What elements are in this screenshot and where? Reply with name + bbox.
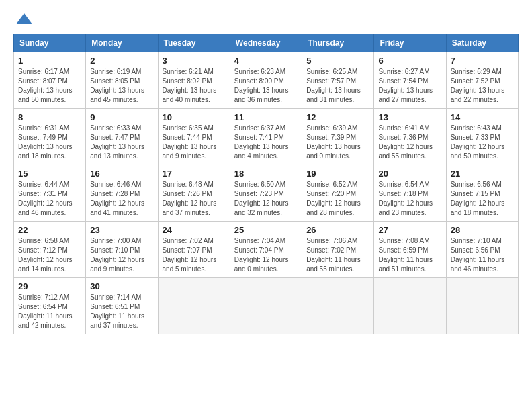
daylight-label: Daylight: 13 hours and 31 minutes. xyxy=(306,87,361,103)
calendar-cell: 13 Sunrise: 6:41 AM Sunset: 7:36 PM Dayl… xyxy=(374,109,446,165)
daylight-label: Daylight: 12 hours and 9 minutes. xyxy=(90,256,144,273)
day-info: Sunrise: 7:08 AM Sunset: 6:59 PM Dayligh… xyxy=(378,236,441,274)
daylight-label: Daylight: 13 hours and 27 minutes. xyxy=(378,87,433,103)
page-header xyxy=(13,13,519,27)
sunrise-label: Sunrise: 6:33 AM xyxy=(90,124,141,132)
day-info: Sunrise: 6:46 AM Sunset: 7:28 PM Dayligh… xyxy=(90,180,153,218)
sunrise-label: Sunrise: 6:58 AM xyxy=(18,237,69,244)
sunset-label: Sunset: 7:12 PM xyxy=(18,246,68,254)
calendar-cell: 18 Sunrise: 6:50 AM Sunset: 7:23 PM Dayl… xyxy=(230,165,302,222)
sunset-label: Sunset: 8:00 PM xyxy=(234,77,284,85)
calendar-cell: 6 Sunrise: 6:27 AM Sunset: 7:54 PM Dayli… xyxy=(374,52,446,109)
daylight-label: Daylight: 13 hours and 0 minutes. xyxy=(306,143,361,160)
day-info: Sunrise: 6:39 AM Sunset: 7:39 PM Dayligh… xyxy=(306,124,369,161)
sunrise-label: Sunrise: 7:10 AM xyxy=(451,237,502,244)
weekday-header-thursday: Thursday xyxy=(302,34,374,52)
day-info: Sunrise: 6:25 AM Sunset: 7:57 PM Dayligh… xyxy=(306,67,369,105)
sunrise-label: Sunrise: 6:35 AM xyxy=(163,124,214,132)
week-row-3: 15 Sunrise: 6:44 AM Sunset: 7:31 PM Dayl… xyxy=(14,165,519,222)
sunset-label: Sunset: 7:26 PM xyxy=(163,190,212,197)
day-number: 23 xyxy=(90,225,153,235)
sunset-label: Sunset: 7:20 PM xyxy=(306,190,356,197)
sunrise-label: Sunrise: 6:17 AM xyxy=(18,68,69,75)
day-info: Sunrise: 6:52 AM Sunset: 7:20 PM Dayligh… xyxy=(306,180,369,218)
sunset-label: Sunset: 7:04 PM xyxy=(234,246,284,254)
logo-icon xyxy=(16,11,32,27)
day-info: Sunrise: 6:56 AM Sunset: 7:15 PM Dayligh… xyxy=(451,180,514,218)
sunrise-label: Sunrise: 6:54 AM xyxy=(378,181,429,188)
daylight-label: Daylight: 13 hours and 50 minutes. xyxy=(18,87,73,103)
daylight-label: Daylight: 12 hours and 28 minutes. xyxy=(306,199,361,216)
day-number: 30 xyxy=(90,281,153,291)
day-number: 1 xyxy=(18,56,81,66)
daylight-label: Daylight: 12 hours and 41 minutes. xyxy=(90,199,144,216)
weekday-header-saturday: Saturday xyxy=(446,34,518,52)
sunrise-label: Sunrise: 7:02 AM xyxy=(163,237,214,244)
calendar-cell: 9 Sunrise: 6:33 AM Sunset: 7:47 PM Dayli… xyxy=(86,109,158,165)
daylight-label: Daylight: 13 hours and 45 minutes. xyxy=(90,87,144,103)
sunset-label: Sunset: 7:15 PM xyxy=(451,190,500,197)
day-info: Sunrise: 6:29 AM Sunset: 7:52 PM Dayligh… xyxy=(451,67,514,105)
day-info: Sunrise: 6:50 AM Sunset: 7:23 PM Dayligh… xyxy=(234,180,298,218)
calendar-cell: 22 Sunrise: 6:58 AM Sunset: 7:12 PM Dayl… xyxy=(14,222,86,278)
calendar-cell: 28 Sunrise: 7:10 AM Sunset: 6:56 PM Dayl… xyxy=(446,222,518,278)
week-row-4: 22 Sunrise: 6:58 AM Sunset: 7:12 PM Dayl… xyxy=(14,222,519,278)
calendar-cell: 20 Sunrise: 6:54 AM Sunset: 7:18 PM Dayl… xyxy=(374,165,446,222)
day-number: 15 xyxy=(18,169,81,179)
sunset-label: Sunset: 6:59 PM xyxy=(378,246,428,254)
sunrise-label: Sunrise: 6:43 AM xyxy=(451,124,502,132)
sunset-label: Sunset: 7:54 PM xyxy=(378,77,428,85)
sunrise-label: Sunrise: 6:31 AM xyxy=(18,124,69,132)
sunset-label: Sunset: 7:49 PM xyxy=(18,134,68,141)
calendar-cell xyxy=(302,278,374,334)
calendar-cell: 1 Sunrise: 6:17 AM Sunset: 8:07 PM Dayli… xyxy=(14,52,86,109)
sunrise-label: Sunrise: 6:21 AM xyxy=(163,68,214,75)
daylight-label: Daylight: 13 hours and 36 minutes. xyxy=(234,87,289,103)
calendar-cell: 8 Sunrise: 6:31 AM Sunset: 7:49 PM Dayli… xyxy=(14,109,86,165)
calendar-cell: 3 Sunrise: 6:21 AM Sunset: 8:02 PM Dayli… xyxy=(158,52,230,109)
day-number: 29 xyxy=(18,281,81,291)
daylight-label: Daylight: 11 hours and 37 minutes. xyxy=(90,312,144,329)
weekday-header-monday: Monday xyxy=(86,34,158,52)
sunrise-label: Sunrise: 6:39 AM xyxy=(306,124,357,132)
weekday-header-wednesday: Wednesday xyxy=(230,34,302,52)
sunrise-label: Sunrise: 6:48 AM xyxy=(163,181,214,188)
day-info: Sunrise: 7:02 AM Sunset: 7:07 PM Dayligh… xyxy=(163,236,226,274)
day-number: 6 xyxy=(378,56,441,66)
daylight-label: Daylight: 11 hours and 42 minutes. xyxy=(18,312,73,329)
day-info: Sunrise: 6:44 AM Sunset: 7:31 PM Dayligh… xyxy=(18,180,81,218)
day-info: Sunrise: 6:27 AM Sunset: 7:54 PM Dayligh… xyxy=(378,67,441,105)
week-row-2: 8 Sunrise: 6:31 AM Sunset: 7:49 PM Dayli… xyxy=(14,109,519,165)
calendar-cell: 23 Sunrise: 7:00 AM Sunset: 7:10 PM Dayl… xyxy=(86,222,158,278)
day-number: 28 xyxy=(451,225,514,235)
day-number: 3 xyxy=(163,56,226,66)
calendar-cell xyxy=(230,278,302,334)
sunset-label: Sunset: 7:02 PM xyxy=(306,246,356,254)
daylight-label: Daylight: 13 hours and 4 minutes. xyxy=(234,143,289,160)
calendar-cell xyxy=(374,278,446,334)
calendar-cell: 25 Sunrise: 7:04 AM Sunset: 7:04 PM Dayl… xyxy=(230,222,302,278)
day-number: 12 xyxy=(306,112,369,122)
sunrise-label: Sunrise: 6:25 AM xyxy=(306,68,357,75)
day-number: 9 xyxy=(90,112,153,122)
day-number: 5 xyxy=(306,56,369,66)
calendar-cell: 21 Sunrise: 6:56 AM Sunset: 7:15 PM Dayl… xyxy=(446,165,518,222)
calendar-cell: 7 Sunrise: 6:29 AM Sunset: 7:52 PM Dayli… xyxy=(446,52,518,109)
sunrise-label: Sunrise: 6:27 AM xyxy=(378,68,429,75)
sunset-label: Sunset: 7:23 PM xyxy=(234,190,284,197)
weekday-header-sunday: Sunday xyxy=(14,34,86,52)
day-info: Sunrise: 6:17 AM Sunset: 8:07 PM Dayligh… xyxy=(18,67,81,105)
daylight-label: Daylight: 12 hours and 55 minutes. xyxy=(378,143,433,160)
day-info: Sunrise: 6:37 AM Sunset: 7:41 PM Dayligh… xyxy=(234,124,298,161)
calendar-header: SundayMondayTuesdayWednesdayThursdayFrid… xyxy=(14,34,519,52)
daylight-label: Daylight: 12 hours and 14 minutes. xyxy=(18,256,73,273)
daylight-label: Daylight: 13 hours and 22 minutes. xyxy=(451,87,505,103)
sunrise-label: Sunrise: 6:23 AM xyxy=(234,68,285,75)
calendar-cell xyxy=(446,278,518,334)
sunrise-label: Sunrise: 6:46 AM xyxy=(90,181,141,188)
day-info: Sunrise: 7:14 AM Sunset: 6:51 PM Dayligh… xyxy=(90,293,153,330)
calendar-cell: 27 Sunrise: 7:08 AM Sunset: 6:59 PM Dayl… xyxy=(374,222,446,278)
day-info: Sunrise: 6:48 AM Sunset: 7:26 PM Dayligh… xyxy=(163,180,226,218)
day-number: 2 xyxy=(90,56,153,66)
sunrise-label: Sunrise: 7:04 AM xyxy=(234,237,285,244)
